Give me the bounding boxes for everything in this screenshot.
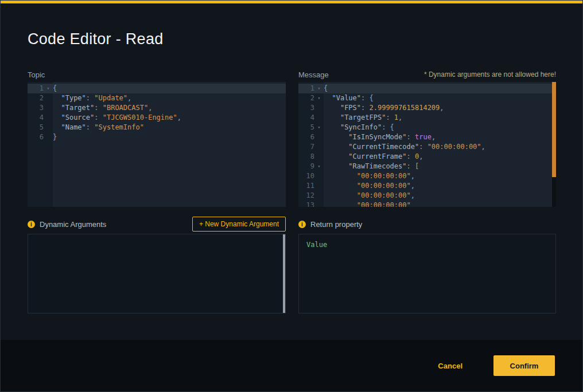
topic-code-lines: 1▾{2 "Type": "Update",3 "Target": "BROAD… — [28, 82, 286, 142]
code-line[interactable]: 8 "CurrentFrame": 0, — [298, 152, 556, 162]
return-property-panel[interactable]: Value — [298, 234, 556, 313]
code-line[interactable]: 4 "TargetFPS": 1, — [298, 113, 556, 123]
line-number: 3 — [28, 103, 44, 113]
fold-gutter — [44, 103, 53, 113]
confirm-button[interactable]: Confirm — [493, 355, 555, 376]
fold-arrow-icon[interactable]: ▾ — [314, 84, 324, 93]
line-number: 9 — [298, 162, 314, 171]
line-number: 13 — [298, 201, 314, 207]
line-number: 4 — [298, 113, 314, 123]
code-text: { — [324, 84, 328, 93]
fold-gutter — [314, 171, 324, 181]
code-text: "Target": "BROADCAST", — [53, 103, 152, 113]
fold-gutter — [314, 103, 324, 113]
code-line[interactable]: 5 "Name": "SystemInfo" — [28, 123, 286, 132]
fold-gutter — [314, 132, 324, 142]
dynamic-arguments-scrollbar[interactable] — [283, 234, 285, 313]
line-number: 10 — [298, 171, 314, 181]
line-number: 1 — [28, 84, 44, 93]
topic-editor[interactable]: 1▾{2 "Type": "Update",3 "Target": "BROAD… — [28, 82, 286, 207]
topic-label: Topic — [28, 70, 45, 79]
cancel-button[interactable]: Cancel — [438, 362, 462, 370]
code-text: "CurrentFrame": 0, — [324, 152, 423, 162]
fold-gutter — [314, 152, 324, 162]
fold-gutter — [314, 181, 324, 191]
info-icon: i — [28, 221, 35, 228]
code-line[interactable]: 5▾ "SyncInfo": { — [298, 123, 556, 132]
code-text: "00:00:00:00", — [324, 181, 415, 191]
line-number: 5 — [28, 123, 44, 132]
code-line[interactable]: 1▾{ — [28, 84, 286, 93]
line-number: 5 — [298, 123, 314, 132]
message-scrollbar-thumb[interactable] — [552, 82, 556, 177]
dialog-footer: Cancel Confirm — [1, 340, 582, 391]
code-text: { — [53, 84, 57, 93]
fold-gutter — [314, 191, 324, 201]
code-text: "Source": "TJCGWS010-Engine", — [53, 113, 181, 123]
code-line[interactable]: 7 "CurrentTimecode": "00:00:00:00", — [298, 142, 556, 152]
message-note: * Dynamic arguments are not allowed here… — [424, 70, 556, 79]
code-text: "Value": { — [324, 93, 374, 103]
line-number: 12 — [298, 191, 314, 201]
line-number: 2 — [28, 93, 44, 103]
code-line[interactable]: 12 "00:00:00:00", — [298, 191, 556, 201]
code-text: "SyncInfo": { — [324, 123, 394, 132]
fold-arrow-icon[interactable]: ▾ — [44, 84, 53, 93]
fold-gutter — [44, 93, 53, 103]
line-number: 6 — [298, 132, 314, 142]
code-text: "00:00:00:00", — [324, 171, 415, 181]
message-editor[interactable]: 1▾{2▾ "Value": {3 "FPS": 2.9999976158142… — [298, 82, 556, 207]
code-line[interactable]: 10 "00:00:00:00", — [298, 171, 556, 181]
code-editor-dialog: Code Editor - Read Topic 1▾{2 "Type": "U… — [0, 0, 583, 392]
dynamic-arguments-header: i Dynamic Arguments + New Dynamic Argume… — [28, 217, 286, 232]
code-line[interactable]: 2 "Type": "Update", — [28, 93, 286, 103]
code-line[interactable]: 13 "00:00:00:00" — [298, 201, 556, 207]
new-dynamic-argument-button[interactable]: + New Dynamic Argument — [192, 217, 286, 232]
line-number: 7 — [298, 142, 314, 152]
code-text: "FPS": 2.999997615814209, — [324, 103, 444, 113]
fold-gutter — [314, 142, 324, 152]
fold-arrow-icon[interactable]: ▾ — [314, 93, 324, 103]
return-property-value[interactable]: Value — [306, 241, 327, 249]
dynamic-arguments-label: Dynamic Arguments — [40, 220, 106, 229]
code-line[interactable]: 3 "FPS": 2.999997615814209, — [298, 103, 556, 113]
message-label: Message — [298, 70, 329, 79]
code-text: "00:00:00:00", — [324, 191, 415, 201]
line-number: 3 — [298, 103, 314, 113]
dynamic-arguments-panel — [28, 234, 286, 313]
line-number: 4 — [28, 113, 44, 123]
info-icon: i — [298, 221, 306, 228]
fold-gutter — [44, 113, 53, 123]
fold-arrow-icon[interactable]: ▾ — [314, 123, 324, 132]
line-number: 8 — [298, 152, 314, 162]
message-scrollbar-track[interactable] — [552, 82, 556, 207]
code-text: "Name": "SystemInfo" — [53, 123, 144, 132]
code-text: } — [53, 132, 57, 142]
fold-gutter — [314, 201, 324, 207]
code-line[interactable]: 4 "Source": "TJCGWS010-Engine", — [28, 113, 286, 123]
accent-bar — [1, 1, 582, 3]
dialog-title: Code Editor - Read — [28, 30, 164, 48]
topic-header: Topic — [28, 69, 286, 80]
code-line[interactable]: 1▾{ — [298, 84, 556, 93]
code-line[interactable]: 9▾ "RawTimecodes": [ — [298, 162, 556, 171]
code-line[interactable]: 2▾ "Value": { — [298, 93, 556, 103]
fold-gutter — [44, 132, 53, 142]
return-property-label: Return property — [310, 220, 362, 229]
fold-gutter — [44, 123, 53, 132]
fold-arrow-icon[interactable]: ▾ — [314, 162, 324, 171]
fold-gutter — [314, 113, 324, 123]
line-number: 11 — [298, 181, 314, 191]
line-number: 1 — [298, 84, 314, 93]
code-text: "RawTimecodes": [ — [324, 162, 419, 171]
return-property-header: i Return property — [298, 217, 556, 232]
code-text: "TargetFPS": 1, — [324, 113, 402, 123]
code-line[interactable]: 3 "Target": "BROADCAST", — [28, 103, 286, 113]
code-text: "CurrentTimecode": "00:00:00:00", — [324, 142, 485, 152]
code-line[interactable]: 6 "IsInSyncMode": true, — [298, 132, 556, 142]
code-text: "00:00:00:00" — [324, 201, 411, 207]
code-line[interactable]: 11 "00:00:00:00", — [298, 181, 556, 191]
message-header: Message * Dynamic arguments are not allo… — [298, 69, 556, 80]
code-line[interactable]: 6} — [28, 132, 286, 142]
code-text: "IsInSyncMode": true, — [324, 132, 436, 142]
